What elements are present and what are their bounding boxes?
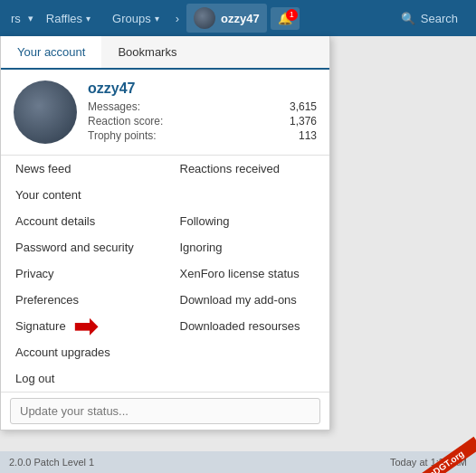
menu-reactions-received[interactable]: Reactions received [166, 156, 330, 182]
profile-avatar[interactable] [14, 80, 77, 144]
menu-grid: News feed Your content Account details P… [1, 156, 329, 392]
nav-username: ozzy47 [221, 12, 260, 25]
top-navigation: rs ▾ Raffles ▾ Groups ▾ › ozzy47 🔔 1 🔍 S… [0, 0, 476, 36]
menu-account-details[interactable]: Account details [1, 208, 166, 234]
account-dropdown: Your account Bookmarks ozzy47 Messages: … [0, 36, 330, 430]
footer-bar: 2.0.0 Patch Level 1 Today at 1:31 AM [0, 451, 476, 473]
profile-username[interactable]: ozzy47 [88, 80, 317, 97]
menu-preferences[interactable]: Preferences [1, 287, 166, 313]
signature-row: Signature ➡ [1, 313, 166, 339]
menu-right-col: Reactions received Following Ignoring Xe… [166, 156, 330, 392]
nav-user-avatar [194, 7, 215, 29]
groups-chevron-icon: ▾ [155, 14, 159, 24]
status-input[interactable] [10, 398, 320, 424]
menu-spacer-1 [166, 182, 330, 208]
search-button[interactable]: 🔍 Search [390, 7, 469, 30]
menu-privacy[interactable]: Privacy [1, 260, 166, 287]
nav-more-arrow[interactable]: › [172, 6, 183, 31]
menu-downloaded-resources[interactable]: Downloaded resourses [166, 313, 330, 339]
menu-xenforo-license[interactable]: XenForo license status [166, 260, 330, 287]
nav-chevron-left: ▾ [28, 13, 33, 24]
profile-section: ozzy47 Messages: 3,615 Reaction score: 1… [1, 70, 329, 156]
tab-your-account[interactable]: Your account [1, 36, 101, 70]
notifications-bell[interactable]: 🔔 1 [271, 7, 300, 30]
nav-groups[interactable]: Groups ▾ [103, 6, 168, 31]
nav-more: rs [7, 12, 24, 25]
menu-account-upgrades[interactable]: Account upgrades [1, 339, 166, 365]
menu-signature[interactable]: Signature [1, 313, 166, 339]
menu-left-col: News feed Your content Account details P… [1, 156, 166, 392]
menu-ignoring[interactable]: Ignoring [166, 234, 330, 260]
footer-version: 2.0.0 Patch Level 1 [9, 457, 94, 468]
tab-bookmarks[interactable]: Bookmarks [101, 36, 193, 70]
dropdown-tabs: Your account Bookmarks [1, 36, 329, 70]
menu-log-out[interactable]: Log out [1, 365, 166, 392]
bell-badge: 1 [286, 9, 298, 21]
user-menu-trigger[interactable]: ozzy47 [186, 4, 267, 33]
search-icon: 🔍 [401, 12, 415, 25]
nav-raffles[interactable]: Raffles ▾ [37, 6, 100, 31]
menu-following[interactable]: Following [166, 208, 330, 234]
menu-password-security[interactable]: Password and security [1, 234, 166, 260]
menu-download-addons[interactable]: Download my add-ons [166, 287, 330, 313]
profile-stat-messages: Messages: 3,615 [88, 100, 317, 113]
status-input-section [1, 392, 329, 430]
profile-stat-trophy: Trophy points: 113 [88, 129, 317, 142]
profile-info: ozzy47 Messages: 3,615 Reaction score: 1… [88, 80, 317, 144]
raffles-chevron-icon: ▾ [86, 14, 90, 24]
menu-news-feed[interactable]: News feed [1, 156, 166, 182]
menu-your-content[interactable]: Your content [1, 182, 166, 208]
profile-stat-reaction: Reaction score: 1,376 [88, 115, 317, 128]
